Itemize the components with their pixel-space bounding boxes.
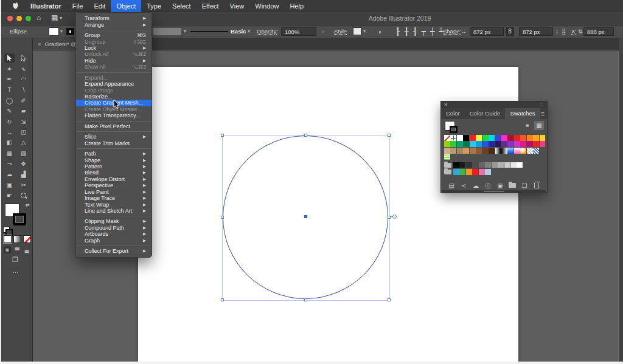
menu-item-flatten-transparency[interactable]: Flatten Transparency... <box>76 112 151 118</box>
swap-fill-stroke-icon[interactable]: ⇄ <box>26 202 30 208</box>
apple-menu[interactable] <box>6 2 25 10</box>
graph-tool-icon[interactable]: ▟ <box>18 170 29 179</box>
swatch[interactable] <box>482 141 489 147</box>
swatch[interactable] <box>444 135 450 141</box>
screen-mode-icon[interactable]: ❐ <box>12 256 18 264</box>
swatch[interactable] <box>533 141 539 147</box>
lasso-tool-icon[interactable]: ∿ <box>18 64 29 74</box>
swatch[interactable] <box>520 148 526 154</box>
swatch[interactable] <box>485 162 491 168</box>
swatch[interactable] <box>527 148 533 154</box>
eraser-tool-icon[interactable]: ▰ <box>18 106 29 115</box>
swatch[interactable] <box>527 141 533 147</box>
menubar-item-help[interactable]: Help <box>284 0 309 12</box>
gradient-button[interactable] <box>13 235 21 243</box>
swatch[interactable] <box>450 141 456 147</box>
swatch[interactable] <box>533 148 539 154</box>
x-stepper-icon[interactable]: ⇅ <box>578 26 583 38</box>
paintbrush-tool-icon[interactable]: ✐ <box>18 96 29 105</box>
none-button[interactable] <box>23 235 31 243</box>
shape-label[interactable]: Shape: <box>443 26 461 38</box>
panel-menu-icon[interactable]: ≡ <box>541 108 545 119</box>
menu-item-slice[interactable]: Slice▶ <box>76 134 151 140</box>
swatch[interactable] <box>501 148 507 154</box>
menu-item-image-trace[interactable]: Image Trace▶ <box>76 195 151 201</box>
swatch[interactable] <box>514 148 520 154</box>
stroke-weight-chevron-icon[interactable]: ▾ <box>184 26 186 38</box>
panel-scrollbar[interactable] <box>442 190 546 193</box>
swatch[interactable] <box>510 162 517 168</box>
swatch-libraries-icon[interactable]: ▤ <box>445 182 458 189</box>
selection-handle[interactable] <box>388 134 391 137</box>
swatch[interactable] <box>514 135 520 141</box>
swatch[interactable] <box>470 148 476 154</box>
swatch[interactable] <box>457 148 463 154</box>
stroke-color-swatch[interactable] <box>66 27 75 36</box>
menu-item-clipping-mask[interactable]: Clipping Mask▶ <box>76 218 151 224</box>
workspace-icon[interactable]: ▦ <box>51 13 58 22</box>
selection-handle[interactable] <box>221 216 224 219</box>
menu-item-graph[interactable]: Graph▶ <box>76 238 151 244</box>
rotate-tool-icon[interactable]: ↻ <box>4 117 15 126</box>
menubar-item-edit[interactable]: Edit <box>88 0 111 12</box>
slice-tool-icon[interactable]: ✂ <box>18 180 29 190</box>
swatch[interactable] <box>489 148 495 154</box>
list-view-icon[interactable]: ≡ <box>523 121 532 130</box>
shape-height-field[interactable]: 872 px <box>519 27 553 36</box>
swatch[interactable] <box>482 148 489 154</box>
selection-handle[interactable] <box>388 298 391 301</box>
style-chevron-icon[interactable]: ▾ <box>363 26 366 38</box>
panel-close-icon[interactable]: × <box>444 101 447 108</box>
menu-item-transform[interactable]: Transform▶ <box>76 15 151 21</box>
panel-stroke-proxy[interactable] <box>450 126 458 133</box>
menu-item-perspective[interactable]: Perspective▶ <box>76 182 151 188</box>
panel-tab-color-guide[interactable]: Color Guide <box>465 108 506 119</box>
draw-normal-icon[interactable]: ◙ <box>4 246 11 253</box>
swatch[interactable] <box>507 141 513 147</box>
swatch[interactable] <box>466 169 472 175</box>
menubar-item-view[interactable]: View <box>224 0 250 12</box>
valign-middle-icon[interactable]: ┿ <box>430 26 434 38</box>
artboard-tool-icon[interactable]: ▣ <box>4 180 15 190</box>
new-swatch-icon[interactable]: ❏ <box>518 182 531 189</box>
swatch[interactable] <box>463 148 469 154</box>
opacity-label[interactable]: Opacity: <box>257 26 278 38</box>
panel-tab-color[interactable]: Color <box>441 108 465 119</box>
opacity-more-icon[interactable]: › <box>322 26 324 38</box>
style-swatch[interactable] <box>353 27 361 35</box>
menubar-item-object[interactable]: Object <box>111 0 141 12</box>
swatch[interactable] <box>444 154 450 160</box>
ellipse-center-point[interactable] <box>304 215 307 218</box>
selection-handle[interactable] <box>221 298 224 301</box>
line-segment-tool-icon[interactable]: ∖ <box>18 85 29 94</box>
x-position-field[interactable]: 888 px <box>583 27 614 36</box>
swatch[interactable] <box>479 169 485 175</box>
swatch[interactable] <box>492 162 498 168</box>
swatch[interactable] <box>472 169 478 175</box>
new-color-group-icon[interactable] <box>506 183 518 188</box>
stroke-style-chevron-icon[interactable]: ▾ <box>248 26 250 38</box>
color-group-folder-icon[interactable] <box>444 163 451 168</box>
fill-chevron-icon[interactable]: ▾ <box>60 26 63 38</box>
perspective-grid-tool-icon[interactable]: △ <box>18 138 29 147</box>
swatch[interactable] <box>501 135 507 141</box>
delete-swatch-icon[interactable] <box>531 183 543 188</box>
stroke-style-value[interactable]: Basic <box>231 26 246 38</box>
menu-item-shape[interactable]: Shape▶ <box>76 157 151 163</box>
swatch[interactable] <box>472 162 478 168</box>
mesh-tool-icon[interactable]: ▦ <box>4 149 15 158</box>
swatch[interactable] <box>533 135 539 141</box>
selection-handle[interactable] <box>388 216 391 219</box>
swatch-kinds-icon[interactable]: ◫ <box>482 182 494 189</box>
shape-width-field[interactable]: 872 px <box>470 27 504 36</box>
menu-item-compound-path[interactable]: Compound Path▶ <box>76 225 151 231</box>
panel-tab-swatches[interactable]: Swatches <box>505 108 540 119</box>
edit-toolbar-icon[interactable]: … <box>12 267 19 274</box>
opacity-field[interactable]: 100% <box>281 27 316 36</box>
swatch[interactable] <box>520 141 526 147</box>
swatch[interactable] <box>459 169 465 175</box>
align-left-icon[interactable]: ┠ <box>395 26 400 38</box>
pen-tool-icon[interactable]: ✒ <box>4 75 15 84</box>
valign-top-icon[interactable]: ┯ <box>422 26 426 38</box>
selection-handle[interactable] <box>304 134 307 137</box>
